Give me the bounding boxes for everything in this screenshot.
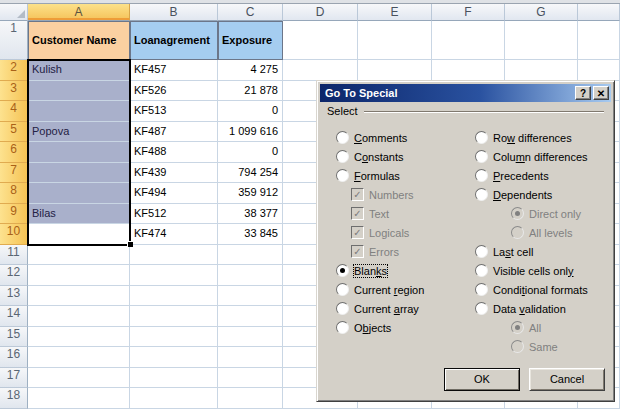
cell-B18[interactable]	[130, 388, 218, 409]
cell-B13[interactable]	[130, 286, 218, 307]
cell-A1[interactable]: Customer Name	[28, 21, 130, 60]
option-comments[interactable]: Comments	[336, 128, 424, 147]
radio-formulas[interactable]	[336, 169, 349, 182]
cell-B1[interactable]: Loanagrement	[130, 21, 218, 60]
option-data-validation[interactable]: Data validation	[475, 299, 588, 318]
cell-B11[interactable]	[130, 245, 218, 266]
cell-C11[interactable]	[218, 245, 283, 266]
cell-C3[interactable]: 21 878	[218, 81, 283, 102]
cell-A8[interactable]	[28, 183, 130, 204]
cell-C16[interactable]	[218, 347, 283, 368]
option-precedents[interactable]: Precedents	[475, 166, 588, 185]
row-header-12[interactable]: 12	[0, 265, 28, 286]
cell-C9[interactable]: 38 377	[218, 204, 283, 225]
help-icon[interactable]: ?	[575, 86, 591, 100]
column-header-B[interactable]: B	[130, 4, 218, 21]
option-current-array[interactable]: Current array	[336, 299, 424, 318]
cell-B5[interactable]: KF487	[130, 122, 218, 143]
radio-row-differences[interactable]	[475, 131, 488, 144]
cell-A13[interactable]	[28, 286, 130, 307]
row-header-8[interactable]: 8	[0, 183, 28, 204]
option-blanks[interactable]: Blanks	[336, 261, 424, 280]
cell-B9[interactable]: KF512	[130, 204, 218, 225]
cell-G2[interactable]	[505, 60, 578, 81]
cell-A3[interactable]	[28, 81, 130, 102]
row-header-1[interactable]: 1	[0, 21, 28, 60]
cell-C8[interactable]: 359 912	[218, 183, 283, 204]
cell-A6[interactable]	[28, 142, 130, 163]
cell-C5[interactable]: 1 099 616	[218, 122, 283, 143]
cell-H2[interactable]	[578, 60, 620, 81]
option-formulas[interactable]: Formulas	[336, 166, 424, 185]
cell-C6[interactable]: 0	[218, 142, 283, 163]
cell-A14[interactable]	[28, 306, 130, 327]
radio-comments[interactable]	[336, 131, 349, 144]
row-header-7[interactable]: 7	[0, 163, 28, 184]
cell-A9[interactable]: Bilas	[28, 204, 130, 225]
radio-current-region[interactable]	[336, 283, 349, 296]
option-conditional-formats[interactable]: Conditional formats	[475, 280, 588, 299]
row-header-18[interactable]: 18	[0, 388, 28, 409]
row-header-2[interactable]: 2	[0, 60, 28, 81]
cell-A18[interactable]	[28, 388, 130, 409]
radio-current-array[interactable]	[336, 302, 349, 315]
ok-button[interactable]: OK	[444, 368, 520, 391]
cell-C4[interactable]: 0	[218, 101, 283, 122]
cell-C17[interactable]	[218, 368, 283, 389]
cell-A7[interactable]	[28, 163, 130, 184]
cell-B3[interactable]: KF526	[130, 81, 218, 102]
radio-column-differences[interactable]	[475, 150, 488, 163]
cell-A5[interactable]: Popova	[28, 122, 130, 143]
cell-C12[interactable]	[218, 265, 283, 286]
row-header-14[interactable]: 14	[0, 306, 28, 327]
cell-B12[interactable]	[130, 265, 218, 286]
cell-F1[interactable]	[432, 21, 505, 60]
cell-C18[interactable]	[218, 388, 283, 409]
row-header-16[interactable]: 16	[0, 347, 28, 368]
radio-precedents[interactable]	[475, 169, 488, 182]
cell-B10[interactable]: KF474	[130, 224, 218, 245]
column-header-F[interactable]: F	[432, 4, 505, 21]
cell-A11[interactable]	[28, 245, 130, 266]
cell-A12[interactable]	[28, 265, 130, 286]
radio-dependents[interactable]	[475, 188, 488, 201]
cell-F2[interactable]	[432, 60, 505, 81]
row-header-11[interactable]: 11	[0, 245, 28, 266]
option-row-differences[interactable]: Row differences	[475, 128, 588, 147]
option-visible-cells-only[interactable]: Visible cells only	[475, 261, 588, 280]
cell-D2[interactable]	[283, 60, 358, 81]
cell-A4[interactable]	[28, 101, 130, 122]
option-current-region[interactable]: Current region	[336, 280, 424, 299]
column-header-D[interactable]: D	[283, 4, 358, 21]
cancel-button[interactable]: Cancel	[529, 368, 605, 391]
radio-objects[interactable]	[336, 321, 349, 334]
row-header-15[interactable]: 15	[0, 327, 28, 348]
cell-B15[interactable]	[130, 327, 218, 348]
cell-C10[interactable]: 33 845	[218, 224, 283, 245]
radio-visible-cells-only[interactable]	[475, 264, 488, 277]
row-header-6[interactable]: 6	[0, 142, 28, 163]
cell-C1[interactable]: Exposure	[218, 21, 283, 60]
column-header-E[interactable]: E	[358, 4, 432, 21]
radio-data-validation[interactable]	[475, 302, 488, 315]
cell-B14[interactable]	[130, 306, 218, 327]
cell-E2[interactable]	[358, 60, 432, 81]
cell-B16[interactable]	[130, 347, 218, 368]
option-objects[interactable]: Objects	[336, 318, 424, 337]
cell-A16[interactable]	[28, 347, 130, 368]
column-header-G[interactable]: G	[505, 4, 578, 21]
cell-C14[interactable]	[218, 306, 283, 327]
cell-D1[interactable]	[283, 21, 358, 60]
cell-A10[interactable]	[28, 224, 130, 245]
row-header-4[interactable]: 4	[0, 101, 28, 122]
cell-B17[interactable]	[130, 368, 218, 389]
row-header-17[interactable]: 17	[0, 368, 28, 389]
cell-E1[interactable]	[358, 21, 432, 60]
cell-C2[interactable]: 4 275	[218, 60, 283, 81]
cell-A17[interactable]	[28, 368, 130, 389]
row-header-13[interactable]: 13	[0, 286, 28, 307]
cell-B7[interactable]: KF439	[130, 163, 218, 184]
cell-C15[interactable]	[218, 327, 283, 348]
cell-B6[interactable]: KF488	[130, 142, 218, 163]
radio-constants[interactable]	[336, 150, 349, 163]
